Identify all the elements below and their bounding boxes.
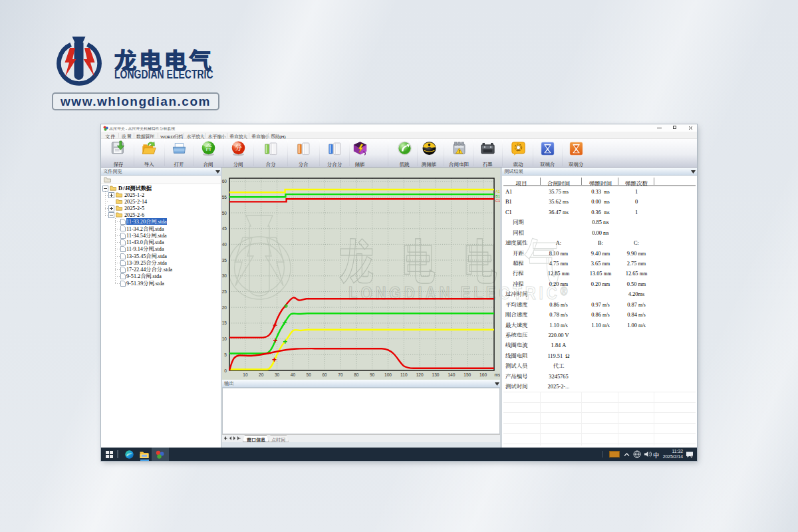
svg-text:B1: B1 <box>495 194 500 198</box>
svg-text:合: 合 <box>205 142 212 152</box>
svg-text:分: 分 <box>235 142 242 152</box>
svg-text:C1: C1 <box>495 199 500 203</box>
svg-text:A1: A1 <box>495 190 500 194</box>
svg-text:2: 2 <box>692 455 694 458</box>
